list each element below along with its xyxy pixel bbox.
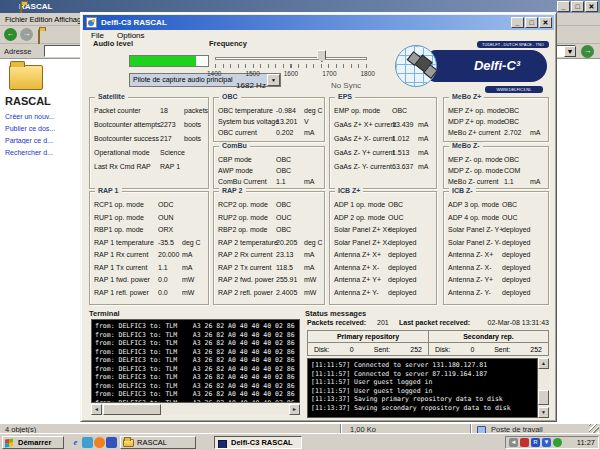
row-label: Antenna Z- X+	[448, 251, 493, 258]
terminal-hscrollbar[interactable]: ◄ ►	[91, 404, 300, 415]
back-icon[interactable]: ←	[4, 28, 17, 41]
row-value: OBC	[502, 201, 517, 208]
start-button[interactable]: Démarrer	[2, 436, 64, 449]
messenger-icon[interactable]	[106, 437, 117, 448]
status-log-vscrollbar[interactable]: ▲ ▼	[538, 358, 549, 418]
volume-icon[interactable]: ◄	[509, 438, 518, 447]
row-value: OUC	[502, 214, 518, 221]
row-unit: mA	[304, 264, 315, 271]
telemetry-row: RAP 1 refl. power0.0mW	[90, 288, 208, 301]
internet-explorer-icon[interactable]: e	[70, 437, 81, 448]
minimize-button[interactable]: _	[511, 17, 524, 28]
media-player-icon[interactable]	[94, 437, 105, 448]
row-value: deployed	[502, 264, 530, 271]
row-label: RAP 1 refl. power	[94, 289, 149, 296]
row-label: RAP 2 fwd. power	[218, 276, 274, 283]
task-link[interactable]: Partager ce d...	[5, 137, 78, 144]
panel-title: MeBo Z-	[449, 142, 483, 149]
row-label: Solar Panel Z- Y+	[448, 226, 503, 233]
frequency-value: 1682 Hz	[221, 81, 281, 90]
bg-maximize-button[interactable]: □	[571, 1, 584, 12]
folder-icon	[123, 439, 134, 447]
bg-minimize-button[interactable]: _	[557, 1, 570, 12]
row-value: deployed	[388, 226, 416, 233]
telemetry-row: AWP modeOBC	[214, 166, 324, 177]
tick-label: 1800	[361, 70, 375, 77]
row-label: MEP Z+ op. mode	[448, 107, 504, 114]
antivirus-icon[interactable]	[520, 438, 529, 447]
frequency-slider-thumb[interactable]	[317, 50, 326, 62]
frequency-slider-groove[interactable]	[215, 57, 367, 60]
window-titlebar[interactable]: Delfi-C3 RASCAL _ □ ✕	[83, 15, 554, 30]
telemetry-row: ADP 3 op. modeOBC	[444, 200, 548, 213]
scroll-thumb[interactable]	[103, 404, 161, 415]
row-label: RCP1 op. mode	[94, 201, 144, 208]
row-label: Antenna Z+ X+	[334, 251, 381, 258]
row-value: 63.637	[392, 163, 413, 170]
row-value: OUC	[388, 214, 404, 221]
telemetry-row: RAP 1 Rx current20.000mA	[90, 250, 208, 263]
telemetry-row: Last Rx Cmd RAPRAP 1	[90, 162, 208, 176]
panel-obc: OBC OBC temperature-0.984deg CSystem bus…	[213, 97, 325, 142]
row-unit: deg C	[182, 239, 201, 246]
maximize-button[interactable]: □	[525, 17, 538, 28]
r-tray-icon[interactable]: R	[531, 438, 540, 447]
row-unit: mA	[418, 163, 429, 170]
telemetry-row: RAP 2 Rx current23.13mA	[214, 250, 324, 263]
windows-logo-icon	[5, 439, 13, 448]
telemetry-row: Solar Panel Z- Y-deployed	[444, 238, 548, 251]
row-value: deployed	[388, 239, 416, 246]
forward-icon[interactable]: →	[20, 28, 33, 41]
row-value: 1.1	[276, 178, 286, 185]
scroll-up-icon[interactable]: ▲	[538, 358, 549, 369]
task-button-delfi-rascal[interactable]: Delfi-C3 RASCAL	[214, 436, 302, 449]
row-value: RAP 1	[160, 163, 180, 170]
telemetry-row: Bootcounter success217boots	[90, 134, 208, 148]
vpn-icon[interactable]: ▼	[542, 438, 551, 447]
task-link[interactable]: Publier ce dos...	[5, 125, 78, 132]
row-label: RAP 2 Rx current	[218, 251, 272, 258]
sent-label: Sent:	[494, 343, 510, 356]
frequency-label: Frequency	[209, 39, 247, 48]
bg-close-button[interactable]: ✕	[585, 1, 598, 12]
task-button-label: Delfi-C3 RASCAL	[231, 438, 293, 447]
go-icon[interactable]: →	[581, 45, 594, 58]
scroll-left-icon[interactable]: ◄	[91, 404, 102, 415]
row-label: RAP 2 refl. power	[218, 289, 273, 296]
panel-icb-zminus: ICB Z- ADP 3 op. modeOBCADP 4 op. modeOU…	[443, 191, 549, 305]
sent-label: Sent:	[374, 343, 390, 356]
row-value: OBC	[276, 167, 291, 174]
row-label: Bootcounter attempts	[94, 121, 161, 128]
row-unit: mW	[304, 276, 316, 283]
address-dropdown-icon[interactable]: ▼	[564, 46, 576, 57]
row-label: RCP2 op. mode	[218, 201, 268, 208]
quicklaunch-icon[interactable]	[82, 437, 93, 448]
scroll-right-icon[interactable]: ►	[289, 404, 300, 415]
panel-title: Satellite	[95, 93, 128, 100]
panel-title: OBC	[219, 93, 241, 100]
window-title: Delfi-C3 RASCAL	[101, 18, 167, 27]
row-value: 13.201	[276, 118, 297, 125]
task-link[interactable]: Rechercher d...	[5, 149, 78, 156]
row-unit: mA	[418, 121, 429, 128]
tick-label: 1600	[284, 70, 298, 77]
packets-received-label: Packets received:	[307, 319, 366, 326]
telemetry-row: MDP Z+ op. modeOBC	[444, 117, 548, 128]
panel-rap1: RAP 1 RCP1 op. modeODCRUP1 op. modeOUNRB…	[89, 191, 209, 305]
network-icon[interactable]	[553, 438, 562, 447]
last-packet-label: Last packet received:	[399, 319, 470, 326]
task-button-rascal[interactable]: RASCAL	[120, 436, 196, 449]
start-button-label: Démarrer	[18, 438, 51, 447]
task-link[interactable]: Créer un nouv...	[5, 113, 78, 120]
scroll-thumb[interactable]	[538, 390, 549, 405]
logo-wordmark: Delfi-C³	[429, 50, 547, 82]
telemetry-row: RCP1 op. modeODC	[90, 200, 208, 213]
panel-satellite: Satellite Packet counter18packetsBootcou…	[89, 97, 209, 189]
telemetry-row: Antenna Z+ X+deployed	[330, 250, 436, 263]
scroll-down-icon[interactable]: ▼	[538, 407, 549, 418]
folder-icon[interactable]	[9, 65, 43, 90]
panel-mebo-zminus: MeBo Z- MEP Z- op. modeOBCMDP Z- op. mod…	[443, 146, 549, 189]
row-unit: mA	[182, 251, 193, 258]
row-value: -35.5	[158, 239, 174, 246]
close-button[interactable]: ✕	[539, 17, 552, 28]
